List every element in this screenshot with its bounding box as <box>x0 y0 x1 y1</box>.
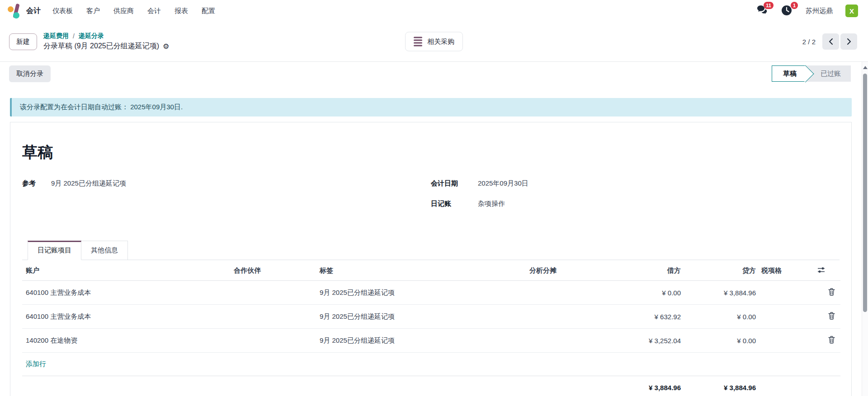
navbar-systray: 11 1 苏州远鼎 X <box>757 5 861 17</box>
cell-partner[interactable] <box>230 329 316 353</box>
messages-count-badge: 11 <box>764 2 774 9</box>
breadcrumb: 递延费用 / 递延分录 分录草稿 (9月 2025已分组递延记项) ⚙ <box>43 32 169 51</box>
totals-row: ¥ 3,884.96 ¥ 3,884.96 <box>22 376 840 396</box>
stage-draft[interactable]: 草稿 <box>772 65 806 82</box>
tab-journal-items[interactable]: 日记账项目 <box>28 241 81 260</box>
header-optional-columns[interactable] <box>814 260 840 281</box>
cell-account[interactable]: 140200 在途物资 <box>22 329 230 353</box>
nav-item-dashboard[interactable]: 仪表板 <box>52 7 73 15</box>
cell-debit[interactable]: ¥ 632.92 <box>560 305 684 329</box>
messages-button[interactable]: 11 <box>757 5 769 17</box>
accounting-date-value[interactable]: 2025年09月30日 <box>478 179 528 188</box>
record-title[interactable]: 草稿 <box>22 142 840 163</box>
cell-debit[interactable]: ¥ 3,252.04 <box>560 329 684 353</box>
reference-label: 参考 <box>22 179 51 188</box>
sliders-icon <box>817 266 825 274</box>
nav-item-accounting[interactable]: 会计 <box>147 7 161 15</box>
new-button[interactable]: 新建 <box>9 33 37 50</box>
add-line-link[interactable]: 添加行 <box>26 360 46 368</box>
cell-credit[interactable]: ¥ 0.00 <box>684 329 760 353</box>
header-label[interactable]: 标签 <box>316 260 497 281</box>
table-row[interactable]: 640100 主营业务成本 9月 2025已分组递延记项 ¥ 0.00 ¥ 3,… <box>22 281 840 305</box>
cell-analytic[interactable] <box>497 305 560 329</box>
breadcrumb-link-deferral-entries[interactable]: 递延分录 <box>79 32 104 40</box>
cell-analytic[interactable] <box>497 281 560 305</box>
fields-right-column: 会计日期 2025年09月30日 日记账 杂项操作 <box>431 179 840 220</box>
nav-item-vendors[interactable]: 供应商 <box>113 7 134 15</box>
breadcrumb-separator: / <box>73 33 75 40</box>
chevron-right-icon <box>846 38 852 45</box>
journal-items-table: 账户 合作伙伴 标签 分析分摊 借方 贷方 税项格 <box>22 260 840 396</box>
header-account[interactable]: 账户 <box>22 260 230 281</box>
activities-button[interactable]: 1 <box>781 5 793 17</box>
related-purchases-label: 相关采购 <box>427 37 454 46</box>
user-avatar[interactable]: X <box>845 5 858 17</box>
add-line-row: 添加行 <box>22 353 840 376</box>
trash-icon <box>828 312 835 320</box>
cell-account[interactable]: 640100 主营业务成本 <box>22 281 230 305</box>
pager-next-button[interactable] <box>840 33 857 50</box>
control-panel: 新建 递延费用 / 递延分录 分录草稿 (9月 2025已分组递延记项) ⚙ 相… <box>0 22 868 62</box>
trash-icon <box>828 288 835 296</box>
auto-post-info-banner: 该分录配置为在会计日期自动过账： 2025年09月30日. <box>10 98 852 116</box>
pager-previous-button[interactable] <box>822 33 839 50</box>
clock-icon <box>781 5 792 16</box>
activities-count-badge: 1 <box>791 2 798 9</box>
nav-item-configuration[interactable]: 配置 <box>202 7 215 15</box>
cell-partner[interactable] <box>230 305 316 329</box>
nav-item-customers[interactable]: 客户 <box>86 7 100 15</box>
odoo-accounting-logo-icon[interactable] <box>7 3 21 19</box>
stage-ribbon: 草稿 已过账 <box>772 65 851 82</box>
total-debit: ¥ 3,884.96 <box>560 376 684 396</box>
table-row[interactable]: 640100 主营业务成本 9月 2025已分组递延记项 ¥ 632.92 ¥ … <box>22 305 840 329</box>
header-partner[interactable]: 合作伙伴 <box>230 260 316 281</box>
header-debit[interactable]: 借方 <box>560 260 684 281</box>
company-switcher[interactable]: 苏州远鼎 <box>806 7 833 15</box>
list-bars-icon <box>414 37 422 47</box>
cell-tax-grids[interactable] <box>760 329 814 353</box>
breadcrumb-link-deferred-expense[interactable]: 递延费用 <box>43 32 69 40</box>
cell-analytic[interactable] <box>497 329 560 353</box>
nav-item-reporting[interactable]: 报表 <box>175 7 188 15</box>
cell-tax-grids[interactable] <box>760 305 814 329</box>
auto-post-info-text: 该分录配置为在会计日期自动过账： 2025年09月30日. <box>20 103 183 112</box>
accounting-date-label: 会计日期 <box>431 179 478 188</box>
related-purchases-button[interactable]: 相关采购 <box>405 32 463 51</box>
delete-row-button[interactable] <box>828 336 835 344</box>
breadcrumb-active-record: 分录草稿 (9月 2025已分组递延记项) <box>43 42 159 51</box>
cell-label[interactable]: 9月 2025已分组递延记项 <box>316 305 497 329</box>
cell-credit[interactable]: ¥ 0.00 <box>684 305 760 329</box>
header-analytic[interactable]: 分析分摊 <box>497 260 560 281</box>
journal-value[interactable]: 杂项操作 <box>478 200 505 208</box>
vertical-scrollbar[interactable] <box>862 62 868 396</box>
scroll-up-arrow-icon[interactable] <box>863 66 868 69</box>
header-tax-grids[interactable]: 税项格 <box>760 260 814 281</box>
total-credit: ¥ 3,884.96 <box>684 376 760 396</box>
journal-label: 日记账 <box>431 200 478 208</box>
reference-value[interactable]: 9月 2025已分组递延记项 <box>51 179 126 188</box>
form-sheet: 草稿 参考 9月 2025已分组递延记项 会计日期 2025年09月30日 日记… <box>10 122 852 396</box>
app-menu-accounting[interactable]: 会计 <box>26 6 41 16</box>
cell-credit[interactable]: ¥ 3,884.96 <box>684 281 760 305</box>
form-statusbar: 取消分录 草稿 已过账 <box>0 62 862 85</box>
header-credit[interactable]: 贷方 <box>684 260 760 281</box>
trash-icon <box>828 336 835 344</box>
pager-counter: 2 / 2 <box>802 38 816 46</box>
fields-left-column: 参考 9月 2025已分组递延记项 <box>22 179 431 220</box>
table-row[interactable]: 140200 在途物资 9月 2025已分组递延记项 ¥ 3,252.04 ¥ … <box>22 329 840 353</box>
cell-debit[interactable]: ¥ 0.00 <box>560 281 684 305</box>
cell-tax-grids[interactable] <box>760 281 814 305</box>
table-header-row: 账户 合作伙伴 标签 分析分摊 借方 贷方 税项格 <box>22 260 840 281</box>
cell-label[interactable]: 9月 2025已分组递延记项 <box>316 329 497 353</box>
delete-row-button[interactable] <box>828 312 835 320</box>
delete-row-button[interactable] <box>828 288 835 296</box>
notebook-tabs: 日记账项目 其他信息 <box>22 241 840 260</box>
top-navbar: 会计 仪表板 客户 供应商 会计 报表 配置 11 1 苏州远鼎 X <box>0 0 868 22</box>
gear-icon[interactable]: ⚙ <box>163 43 169 50</box>
tab-other-info[interactable]: 其他信息 <box>81 241 128 260</box>
cell-label[interactable]: 9月 2025已分组递延记项 <box>316 281 497 305</box>
cell-account[interactable]: 640100 主营业务成本 <box>22 305 230 329</box>
scrollbar-thumb[interactable] <box>863 74 867 312</box>
cancel-entry-button[interactable]: 取消分录 <box>9 65 51 82</box>
cell-partner[interactable] <box>230 281 316 305</box>
